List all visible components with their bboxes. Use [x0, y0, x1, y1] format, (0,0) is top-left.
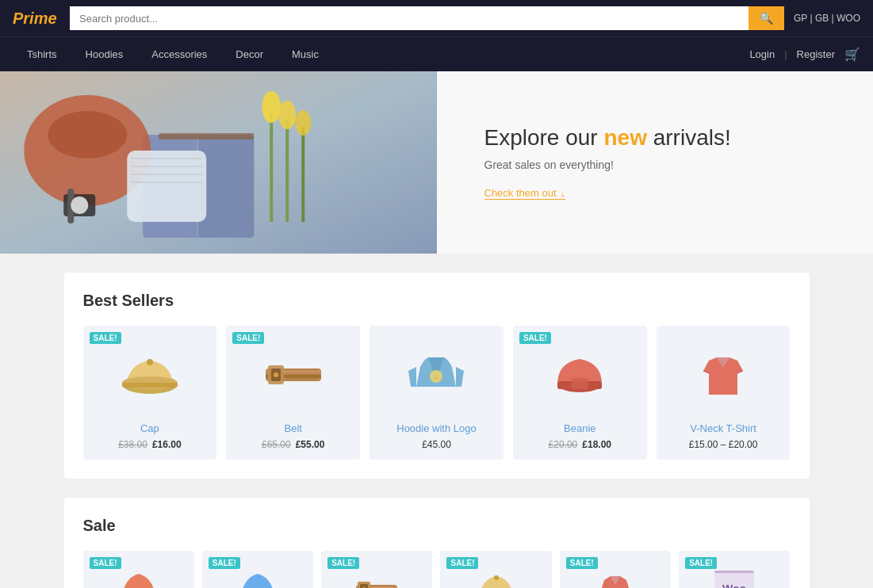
svg-point-13	[262, 91, 281, 123]
svg-point-31	[274, 372, 278, 377]
product-image-cap	[90, 335, 211, 414]
nav-music[interactable]: Music	[278, 37, 333, 71]
svg-point-54	[494, 575, 499, 580]
svg-point-20	[71, 197, 88, 214]
svg-point-17	[295, 110, 311, 136]
hero-image	[0, 71, 437, 254]
svg-rect-56	[714, 571, 754, 573]
product-card-belt[interactable]: SALE! Belt £65.00 £55.00	[226, 326, 360, 460]
nav-links: Tshirts Hoodies Accessories Decor Music	[13, 37, 333, 71]
product-image-belt	[232, 335, 354, 414]
product-name-belt: Belt	[284, 422, 301, 434]
hero-cta-link[interactable]: Check them out ↓	[484, 187, 566, 200]
product-name-hoodie: Hoodie with Logo	[396, 422, 476, 434]
nav-hoodies[interactable]: Hoodies	[71, 37, 138, 71]
login-link[interactable]: Login	[749, 48, 775, 60]
sale-card-belt[interactable]: SALE!	[321, 551, 432, 588]
product-name-cap: Cap	[140, 422, 159, 434]
product-image-beanie	[519, 335, 641, 414]
search-input[interactable]	[70, 6, 749, 30]
hero-illustration	[0, 71, 437, 254]
search-button[interactable]: 🔍	[749, 6, 784, 30]
account-info: GP | GB | WOO	[794, 13, 860, 24]
sale-card-cap[interactable]: SALE!	[440, 551, 551, 588]
sale-card-beanie-blue[interactable]: SALE! ☺	[202, 551, 313, 588]
svg-rect-24	[122, 383, 178, 388]
search-form: 🔍	[70, 6, 784, 30]
price-cap: £38.00 £16.00	[118, 439, 181, 450]
svg-rect-12	[270, 111, 273, 222]
sale-badge: SALE!	[566, 557, 598, 569]
register-link[interactable]: Register	[797, 48, 835, 60]
sale-badge: SALE!	[90, 332, 121, 344]
top-bar: Prime 🔍 GP | GB | WOO	[0, 0, 873, 36]
price-belt: £65.00 £55.00	[262, 439, 324, 450]
nav-right: Login | Register 🛒	[749, 47, 860, 62]
product-card-cap[interactable]: SALE! Cap £38.00 £16.00	[83, 326, 217, 460]
sale-grid: SALE! SALE! ☺	[83, 551, 791, 588]
hero-text: Explore our new arrivals! Great sales on…	[437, 71, 874, 254]
svg-rect-4	[198, 135, 254, 238]
nav-decor[interactable]: Decor	[221, 37, 278, 71]
hero-subtext: Great sales on everything!	[484, 158, 826, 171]
product-card-hoodie[interactable]: ☺ Hoodie with Logo £45.00	[369, 326, 504, 460]
sale-badge: SALE!	[209, 557, 240, 569]
product-card-beanie[interactable]: SALE! Beanie £20.00 £18.00	[513, 326, 647, 460]
svg-text:☺: ☺	[433, 374, 439, 381]
product-name-vneck: V-Neck T-Shirt	[690, 422, 756, 434]
svg-point-25	[147, 359, 153, 365]
sale-section: Sale SALE! SALE!	[64, 498, 810, 588]
svg-rect-21	[159, 133, 254, 139]
sale-badge: SALE!	[685, 557, 717, 569]
price-beanie: £20.00 £18.00	[549, 439, 611, 450]
nav-tshirts[interactable]: Tshirts	[13, 37, 71, 71]
svg-rect-16	[301, 127, 304, 222]
price-hoodie: £45.00	[422, 439, 451, 450]
svg-rect-36	[572, 378, 588, 389]
product-image-hoodie: ☺	[376, 335, 497, 414]
sale-title: Sale	[83, 517, 791, 535]
product-name-beanie: Beanie	[564, 422, 595, 434]
nav-accessories[interactable]: Accessories	[137, 37, 221, 71]
sale-card-woo[interactable]: SALE! Woo the single	[679, 551, 790, 588]
site-logo[interactable]: Prime	[13, 10, 60, 28]
hero-section: Explore our new arrivals! Great sales on…	[0, 71, 873, 254]
sale-card-beanie-orange[interactable]: SALE!	[83, 551, 194, 588]
sale-badge: SALE!	[232, 332, 264, 344]
svg-rect-14	[285, 119, 289, 222]
sale-badge: SALE!	[327, 557, 359, 569]
svg-text:Woo: Woo	[722, 582, 746, 588]
hero-heading: Explore our new arrivals!	[484, 125, 826, 151]
nav-bar: Tshirts Hoodies Accessories Decor Music …	[0, 36, 873, 71]
best-sellers-section: Best Sellers SALE! Cap £38.00 £16.00	[64, 273, 810, 479]
svg-point-15	[278, 101, 296, 129]
best-sellers-grid: SALE! Cap £38.00 £16.00 SALE!	[83, 326, 791, 460]
nav-separator: |	[784, 48, 787, 60]
sale-badge: SALE!	[90, 557, 121, 569]
cart-icon[interactable]: 🛒	[844, 47, 860, 62]
svg-rect-7	[127, 151, 206, 222]
sale-badge: SALE!	[446, 557, 478, 569]
product-image-vneck	[663, 335, 784, 414]
product-card-vneck[interactable]: V-Neck T-Shirt £15.00 – £20.00	[657, 326, 791, 460]
sale-card-hoodie-pink[interactable]: SALE!	[560, 551, 671, 588]
price-vneck: £15.00 – £20.00	[689, 439, 758, 450]
best-sellers-title: Best Sellers	[83, 292, 791, 310]
svg-point-6	[48, 111, 127, 158]
sale-badge: SALE!	[519, 332, 551, 344]
